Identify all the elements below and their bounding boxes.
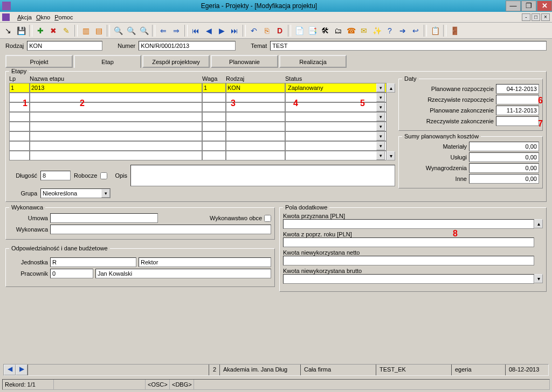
chevron-down-icon[interactable]: ▾ <box>376 122 385 131</box>
row2-status[interactable]: ▾ <box>285 93 387 102</box>
row7-lp[interactable] <box>9 141 30 151</box>
pracownik-name-input[interactable] <box>95 269 271 278</box>
chevron-down-icon[interactable]: ▾ <box>376 151 385 160</box>
kwota-netto-input[interactable] <box>283 256 534 265</box>
wand-icon[interactable]: ✨ <box>371 25 383 37</box>
rzecz-rozp-input[interactable] <box>496 95 539 104</box>
dlugosc-input[interactable] <box>40 171 71 180</box>
row5-waga[interactable] <box>202 122 226 131</box>
row6-waga[interactable] <box>202 131 226 141</box>
search-icon[interactable]: 🔍 <box>112 25 124 37</box>
rodzaj-input[interactable] <box>27 41 102 51</box>
row3-waga[interactable] <box>202 102 226 112</box>
obce-checkbox[interactable] <box>264 215 271 222</box>
chevron-down-icon[interactable]: ▾ <box>376 142 385 150</box>
row4-rodzaj[interactable] <box>226 112 285 122</box>
doc2-icon[interactable]: 📑 <box>306 25 318 37</box>
undo-icon[interactable]: ↶ <box>248 25 260 37</box>
next-icon[interactable]: ▶ <box>216 25 227 37</box>
umowa-input[interactable] <box>50 213 158 223</box>
row2-nazwa[interactable] <box>30 93 202 102</box>
row5-lp[interactable] <box>9 122 30 131</box>
plan-zak-input[interactable] <box>496 106 539 115</box>
plan-rozp-input[interactable] <box>496 84 539 94</box>
row6-rodzaj[interactable] <box>226 131 285 141</box>
row5-status[interactable]: ▾ <box>285 122 387 131</box>
row6-nazwa[interactable] <box>30 131 202 141</box>
tab-zespol[interactable]: Zespół projektowy <box>142 55 210 68</box>
jednostka-name-input[interactable] <box>139 257 271 267</box>
chevron-down-icon[interactable]: ▾ <box>101 189 110 198</box>
mail-icon[interactable]: ✉ <box>358 25 370 37</box>
kwota-poprz-input[interactable] <box>283 237 534 247</box>
prev-icon[interactable]: ◀ <box>203 25 215 37</box>
grupa-select[interactable]: Nieokreślona▾ <box>40 188 111 198</box>
row1-waga[interactable] <box>202 83 226 93</box>
scroll-down-icon[interactable]: ▾ <box>387 151 395 160</box>
maximize-button[interactable]: ❐ <box>521 1 536 11</box>
exit-icon[interactable]: 🚪 <box>448 25 460 37</box>
help-icon[interactable]: ? <box>384 25 396 37</box>
row8-nazwa[interactable] <box>30 151 202 160</box>
row1-lp[interactable] <box>9 83 30 93</box>
arrow-icon[interactable]: ↘ <box>2 25 14 37</box>
mdi-restore-button[interactable]: □ <box>532 13 540 21</box>
save-icon[interactable]: 💾 <box>15 25 27 37</box>
row8-status[interactable]: ▾ <box>285 151 387 160</box>
chevron-down-icon[interactable]: ▾ <box>376 113 385 121</box>
inne-input[interactable] <box>469 174 539 184</box>
mdi-minimize-button[interactable]: - <box>522 13 530 21</box>
nav-prev-icon[interactable]: ◀ <box>4 365 16 375</box>
row6-status[interactable]: ▾ <box>285 131 387 141</box>
row3-nazwa[interactable] <box>30 102 202 112</box>
row4-status[interactable]: ▾ <box>285 112 387 122</box>
row4-lp[interactable] <box>9 112 30 122</box>
last-icon[interactable]: ⇒ <box>170 25 182 37</box>
robocze-checkbox[interactable] <box>100 172 107 179</box>
copy-icon[interactable]: ⎘ <box>261 25 273 37</box>
row4-waga[interactable] <box>202 112 226 122</box>
align-left-icon[interactable]: ▥ <box>80 25 92 37</box>
chevron-down-icon[interactable]: ▾ <box>376 83 385 92</box>
close-button[interactable]: ✕ <box>537 1 552 11</box>
d-icon[interactable]: D <box>274 25 286 37</box>
row4-nazwa[interactable] <box>30 112 202 122</box>
tab-planowanie[interactable]: Planowanie <box>211 55 278 68</box>
row1-status[interactable]: Zaplanowany▾ <box>285 83 387 93</box>
row6-lp[interactable] <box>9 131 30 141</box>
go-icon[interactable]: ➔ <box>397 25 409 37</box>
chevron-down-icon[interactable]: ▾ <box>376 132 385 141</box>
row3-lp[interactable] <box>9 102 30 112</box>
materialy-input[interactable] <box>469 142 539 151</box>
row8-rodzaj[interactable] <box>226 151 285 160</box>
menu-akcja[interactable]: Akcja <box>17 14 32 20</box>
kwota-brutto-input[interactable] <box>283 274 534 284</box>
chevron-down-icon[interactable]: ▾ <box>376 93 385 102</box>
scroll-up-icon[interactable]: ▴ <box>387 83 395 93</box>
rewind-icon[interactable]: ⏮ <box>190 25 202 37</box>
row7-status[interactable]: ▾ <box>285 141 387 151</box>
row1-rodzaj[interactable] <box>226 83 285 93</box>
phone-icon[interactable]: ☎ <box>345 25 357 37</box>
numer-input[interactable] <box>139 41 236 51</box>
kwota-przyznana-input[interactable] <box>283 219 534 229</box>
scroll-up-icon[interactable]: ▴ <box>534 219 543 228</box>
tab-etap[interactable]: Etap <box>74 55 141 68</box>
row2-rodzaj[interactable] <box>226 93 285 102</box>
wykonawca-input[interactable] <box>50 225 271 234</box>
row7-rodzaj[interactable] <box>226 141 285 151</box>
back-icon[interactable]: ↩ <box>410 25 422 37</box>
edit-icon[interactable]: ✎ <box>60 25 72 37</box>
row7-waga[interactable] <box>202 141 226 151</box>
nav-next-icon[interactable]: ▶ <box>16 365 27 375</box>
menu-okno[interactable]: Okno <box>36 14 50 20</box>
search-list-icon[interactable]: 🔍 <box>138 25 150 37</box>
row5-nazwa[interactable] <box>30 122 202 131</box>
plus-icon[interactable]: ✚ <box>34 25 46 37</box>
row7-nazwa[interactable] <box>30 141 202 151</box>
search-plus-icon[interactable]: 🔍 <box>125 25 137 37</box>
row3-rodzaj[interactable] <box>226 102 285 112</box>
row3-status[interactable]: ▾ <box>285 102 387 112</box>
tab-realizacja[interactable]: Realizacja <box>279 55 347 68</box>
row1-nazwa[interactable] <box>30 83 202 93</box>
